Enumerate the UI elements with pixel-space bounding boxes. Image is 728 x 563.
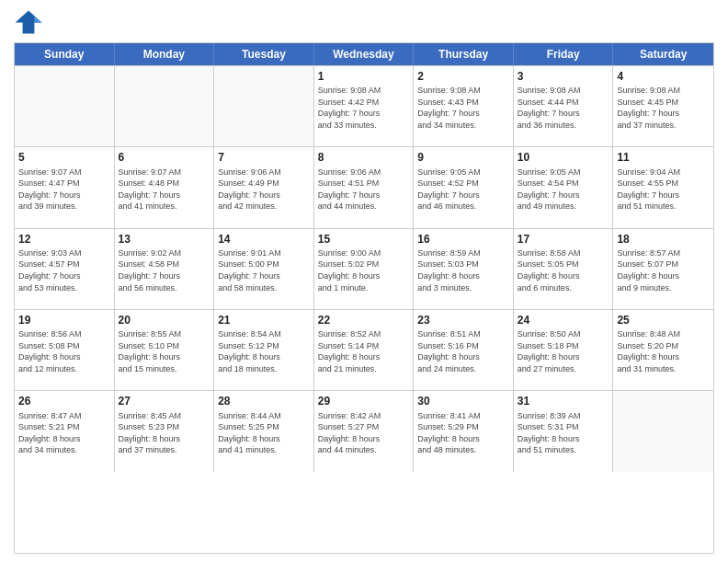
calendar-cell: 17Sunrise: 8:58 AM Sunset: 5:05 PM Dayli… (514, 229, 614, 309)
calendar-cell (613, 391, 713, 471)
cell-info: Sunrise: 9:07 AM Sunset: 4:47 PM Dayligh… (18, 167, 110, 213)
calendar-header: SundayMondayTuesdayWednesdayThursdayFrid… (15, 43, 713, 65)
calendar-cell: 4Sunrise: 9:08 AM Sunset: 4:45 PM Daylig… (613, 66, 713, 146)
logo (14, 9, 47, 35)
calendar-cell: 10Sunrise: 9:05 AM Sunset: 4:54 PM Dayli… (514, 147, 614, 227)
cell-info: Sunrise: 9:03 AM Sunset: 4:57 PM Dayligh… (18, 247, 110, 293)
calendar: SundayMondayTuesdayWednesdayThursdayFrid… (14, 42, 714, 554)
cell-info: Sunrise: 8:47 AM Sunset: 5:21 PM Dayligh… (18, 410, 110, 456)
cell-info: Sunrise: 9:06 AM Sunset: 4:51 PM Dayligh… (318, 167, 410, 213)
day-header-sunday: Sunday (15, 43, 115, 65)
cell-info: Sunrise: 8:52 AM Sunset: 5:14 PM Dayligh… (318, 328, 410, 374)
day-number: 30 (417, 394, 509, 408)
cell-info: Sunrise: 9:00 AM Sunset: 5:02 PM Dayligh… (318, 247, 410, 293)
page: SundayMondayTuesdayWednesdayThursdayFrid… (0, 0, 728, 563)
cell-info: Sunrise: 9:06 AM Sunset: 4:49 PM Dayligh… (218, 167, 310, 213)
calendar-cell: 3Sunrise: 9:08 AM Sunset: 4:44 PM Daylig… (514, 66, 614, 146)
day-number: 31 (518, 394, 609, 408)
day-number: 6 (119, 150, 210, 165)
day-number: 26 (18, 394, 110, 408)
calendar-cell: 13Sunrise: 9:02 AM Sunset: 4:58 PM Dayli… (115, 229, 215, 309)
calendar-row-2: 12Sunrise: 9:03 AM Sunset: 4:57 PM Dayli… (15, 228, 713, 309)
calendar-cell: 11Sunrise: 9:04 AM Sunset: 4:55 PM Dayli… (613, 147, 713, 227)
cell-info: Sunrise: 9:05 AM Sunset: 4:52 PM Dayligh… (417, 167, 509, 213)
cell-info: Sunrise: 8:44 AM Sunset: 5:25 PM Dayligh… (218, 410, 310, 456)
day-header-saturday: Saturday (613, 43, 713, 65)
calendar-cell: 22Sunrise: 8:52 AM Sunset: 5:14 PM Dayli… (314, 310, 415, 390)
day-number: 29 (318, 394, 410, 408)
day-number: 14 (218, 232, 310, 247)
cell-info: Sunrise: 9:02 AM Sunset: 4:58 PM Dayligh… (119, 247, 210, 293)
cell-info: Sunrise: 8:48 AM Sunset: 5:20 PM Dayligh… (617, 328, 710, 374)
calendar-cell: 20Sunrise: 8:55 AM Sunset: 5:10 PM Dayli… (115, 310, 215, 390)
day-number: 22 (318, 313, 410, 327)
logo-icon (14, 9, 43, 35)
day-number: 25 (617, 313, 710, 327)
cell-info: Sunrise: 8:58 AM Sunset: 5:05 PM Dayligh… (518, 247, 609, 293)
day-header-friday: Friday (514, 43, 614, 65)
calendar-cell: 5Sunrise: 9:07 AM Sunset: 4:47 PM Daylig… (15, 147, 115, 227)
day-number: 10 (518, 150, 609, 165)
cell-info: Sunrise: 9:08 AM Sunset: 4:43 PM Dayligh… (417, 85, 509, 131)
calendar-cell: 19Sunrise: 8:56 AM Sunset: 5:08 PM Dayli… (15, 310, 115, 390)
cell-info: Sunrise: 8:59 AM Sunset: 5:03 PM Dayligh… (417, 247, 509, 293)
cell-info: Sunrise: 9:04 AM Sunset: 4:55 PM Dayligh… (617, 167, 710, 213)
day-number: 21 (218, 313, 310, 327)
cell-info: Sunrise: 8:51 AM Sunset: 5:16 PM Dayligh… (417, 328, 509, 374)
day-number: 28 (218, 394, 310, 408)
day-number: 12 (18, 232, 110, 247)
calendar-cell: 16Sunrise: 8:59 AM Sunset: 5:03 PM Dayli… (414, 229, 514, 309)
day-header-thursday: Thursday (414, 43, 514, 65)
day-number: 20 (119, 313, 210, 327)
calendar-cell (15, 66, 115, 146)
calendar-cell (214, 66, 314, 146)
cell-info: Sunrise: 8:57 AM Sunset: 5:07 PM Dayligh… (617, 247, 710, 293)
cell-info: Sunrise: 9:01 AM Sunset: 5:00 PM Dayligh… (218, 247, 310, 293)
day-number: 17 (518, 232, 609, 247)
calendar-row-3: 19Sunrise: 8:56 AM Sunset: 5:08 PM Dayli… (15, 309, 713, 390)
calendar-cell: 25Sunrise: 8:48 AM Sunset: 5:20 PM Dayli… (613, 310, 713, 390)
calendar-cell: 26Sunrise: 8:47 AM Sunset: 5:21 PM Dayli… (15, 391, 115, 471)
cell-info: Sunrise: 8:50 AM Sunset: 5:18 PM Dayligh… (518, 328, 609, 374)
calendar-row-4: 26Sunrise: 8:47 AM Sunset: 5:21 PM Dayli… (15, 390, 713, 471)
calendar-body: 1Sunrise: 9:08 AM Sunset: 4:42 PM Daylig… (15, 65, 713, 553)
day-number: 27 (119, 394, 210, 408)
day-number: 11 (617, 150, 710, 165)
calendar-cell: 28Sunrise: 8:44 AM Sunset: 5:25 PM Dayli… (214, 391, 314, 471)
calendar-cell: 31Sunrise: 8:39 AM Sunset: 5:31 PM Dayli… (514, 391, 614, 471)
cell-info: Sunrise: 9:08 AM Sunset: 4:45 PM Dayligh… (617, 85, 710, 131)
calendar-cell (115, 66, 215, 146)
day-number: 9 (417, 150, 509, 165)
cell-info: Sunrise: 9:08 AM Sunset: 4:44 PM Dayligh… (518, 85, 609, 131)
day-number: 2 (417, 69, 509, 84)
calendar-cell: 21Sunrise: 8:54 AM Sunset: 5:12 PM Dayli… (214, 310, 314, 390)
cell-info: Sunrise: 9:07 AM Sunset: 4:48 PM Dayligh… (119, 167, 210, 213)
day-number: 23 (417, 313, 509, 327)
calendar-cell: 15Sunrise: 9:00 AM Sunset: 5:02 PM Dayli… (314, 229, 415, 309)
day-number: 3 (518, 69, 609, 84)
calendar-cell: 30Sunrise: 8:41 AM Sunset: 5:29 PM Dayli… (414, 391, 514, 471)
calendar-cell: 8Sunrise: 9:06 AM Sunset: 4:51 PM Daylig… (314, 147, 415, 227)
day-number: 16 (417, 232, 509, 247)
day-number: 19 (18, 313, 110, 327)
calendar-cell: 2Sunrise: 9:08 AM Sunset: 4:43 PM Daylig… (414, 66, 514, 146)
day-number: 13 (119, 232, 210, 247)
cell-info: Sunrise: 8:42 AM Sunset: 5:27 PM Dayligh… (318, 410, 410, 456)
day-number: 15 (318, 232, 410, 247)
day-header-monday: Monday (115, 43, 215, 65)
day-number: 7 (218, 150, 310, 165)
header (14, 9, 714, 35)
calendar-cell: 14Sunrise: 9:01 AM Sunset: 5:00 PM Dayli… (214, 229, 314, 309)
cell-info: Sunrise: 8:56 AM Sunset: 5:08 PM Dayligh… (18, 328, 110, 374)
day-number: 1 (318, 69, 410, 84)
cell-info: Sunrise: 8:39 AM Sunset: 5:31 PM Dayligh… (518, 410, 609, 456)
calendar-cell: 18Sunrise: 8:57 AM Sunset: 5:07 PM Dayli… (613, 229, 713, 309)
cell-info: Sunrise: 8:55 AM Sunset: 5:10 PM Dayligh… (119, 328, 210, 374)
day-number: 18 (617, 232, 710, 247)
day-header-tuesday: Tuesday (214, 43, 314, 65)
cell-info: Sunrise: 8:54 AM Sunset: 5:12 PM Dayligh… (218, 328, 310, 374)
calendar-cell: 27Sunrise: 8:45 AM Sunset: 5:23 PM Dayli… (115, 391, 215, 471)
day-header-wednesday: Wednesday (314, 43, 415, 65)
calendar-cell: 24Sunrise: 8:50 AM Sunset: 5:18 PM Dayli… (514, 310, 614, 390)
calendar-cell: 23Sunrise: 8:51 AM Sunset: 5:16 PM Dayli… (414, 310, 514, 390)
